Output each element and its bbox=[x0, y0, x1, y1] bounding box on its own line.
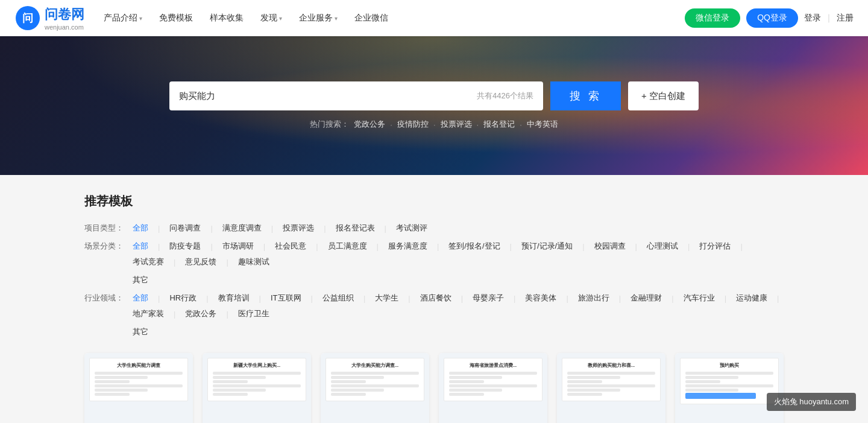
login-link[interactable]: 登录 bbox=[804, 13, 821, 24]
filter-tag[interactable]: 大学生 bbox=[369, 291, 404, 305]
filter-tag[interactable]: 酒店餐饮 bbox=[414, 291, 458, 305]
filter-tag[interactable]: 公益组织 bbox=[316, 291, 360, 305]
nav-item-wechat-enterprise[interactable]: 企业微信 bbox=[347, 9, 395, 27]
nav-item-templates[interactable]: 免费模板 bbox=[152, 9, 200, 27]
project-type-label: 项目类型： bbox=[84, 221, 127, 234]
filter-tag[interactable]: 校园调查 bbox=[588, 240, 632, 253]
nav-links: 产品介绍 ▾ 免费模板 样本收集 发现 ▾ 企业服务 ▾ 企业微信 bbox=[96, 9, 685, 27]
blank-create-button[interactable]: + 空白创建 bbox=[628, 81, 699, 110]
hot-search-label: 热门搜索： bbox=[310, 119, 349, 130]
filter-tag[interactable]: 打分评估 bbox=[693, 240, 737, 253]
filter-tag[interactable]: 员工满意度 bbox=[322, 240, 373, 253]
filter-tag[interactable]: 满意度调查 bbox=[216, 221, 268, 235]
hot-tag-2[interactable]: 投票评选 bbox=[441, 119, 472, 130]
hero-banner: 共有4426个结果 搜 索 + 空白创建 热门搜索： 党政公务 · 疫情防控 ·… bbox=[0, 36, 868, 175]
filter-tag[interactable]: 教育培训 bbox=[212, 291, 256, 305]
search-button[interactable]: 搜 索 bbox=[550, 81, 621, 110]
nav-item-enterprise[interactable]: 企业服务 ▾ bbox=[292, 9, 345, 27]
hot-tag-3[interactable]: 报名登记 bbox=[483, 119, 515, 130]
filter-tag[interactable]: 服务满意度 bbox=[382, 240, 433, 253]
card[interactable]: 大学生购买能力调查大学生购买能力调查被引用0次 bbox=[84, 353, 193, 423]
filter-tag[interactable]: 投票评选 bbox=[277, 221, 320, 235]
filter-tag[interactable]: 运动健康 bbox=[730, 291, 773, 305]
chevron-down-icon: ▾ bbox=[279, 15, 282, 22]
filter-tag[interactable]: 防疫专题 bbox=[163, 240, 207, 253]
svg-text:问: 问 bbox=[22, 12, 33, 24]
filter-tag[interactable]: 其它 bbox=[127, 273, 154, 287]
logo[interactable]: 问 问卷网 wenjuan.com bbox=[14, 5, 84, 31]
filter-tag[interactable]: 旅游出行 bbox=[572, 291, 615, 305]
industry-tags: 全部|HR行政|教育培训|IT互联网|公益组织|大学生|酒店餐饮|母婴亲子|美容… bbox=[127, 291, 784, 339]
divider: ｜ bbox=[825, 13, 833, 24]
nav-item-samples[interactable]: 样本收集 bbox=[203, 9, 251, 27]
logo-icon: 问 bbox=[14, 5, 41, 31]
card-thumbnail: 大学生购买能力调查 bbox=[84, 353, 193, 423]
filter-tag[interactable]: IT互联网 bbox=[265, 291, 307, 305]
filter-tag[interactable]: 心理测试 bbox=[641, 240, 684, 253]
card-thumbnail: 新疆大学生网上购买... bbox=[203, 353, 311, 423]
logo-sub-text: wenjuan.com bbox=[45, 24, 84, 31]
nav-item-product[interactable]: 产品介绍 ▾ bbox=[96, 9, 149, 27]
filter-project-type: 项目类型： 全部|问卷调查|满意度调查|投票评选|报名登记表|考试测评 bbox=[84, 221, 784, 235]
filter-tag[interactable]: 其它 bbox=[127, 325, 154, 339]
chevron-down-icon: ▾ bbox=[139, 15, 142, 22]
nav-login-area: 登录 ｜ 注册 bbox=[804, 13, 854, 24]
card-thumbnail: 教师的购买能力和喜... bbox=[557, 353, 665, 423]
logo-main-text: 问卷网 bbox=[45, 5, 84, 24]
filter-tag[interactable]: 趣味测试 bbox=[232, 255, 275, 269]
filter-tag[interactable]: 党政公务 bbox=[179, 307, 222, 320]
card-thumbnail: 海南省旅游景点消费... bbox=[439, 353, 547, 423]
card[interactable]: 大学生购买能力调查...大学生购买能力调查...被引用1次 bbox=[321, 353, 429, 423]
card[interactable]: 新疆大学生网上购买...新疆大学生网上购买...被引用1次 bbox=[203, 353, 311, 423]
filter-tag[interactable]: 母婴亲子 bbox=[467, 291, 510, 305]
filter-tag[interactable]: 预订/记录/通知 bbox=[515, 240, 579, 253]
hot-search-area: 热门搜索： 党政公务 · 疫情防控 · 投票评选 · 报名登记 · 中考英语 bbox=[310, 119, 558, 130]
filter-tag[interactable]: 地产家装 bbox=[127, 307, 170, 320]
search-input[interactable] bbox=[169, 91, 467, 101]
chevron-down-icon: ▾ bbox=[335, 15, 338, 22]
filter-tag[interactable]: 美容美体 bbox=[519, 291, 562, 305]
filter-tag[interactable]: 报名登记表 bbox=[330, 221, 381, 235]
filter-tag[interactable]: 全部 bbox=[127, 240, 154, 253]
section-title: 推荐模板 bbox=[84, 193, 784, 209]
card[interactable]: 预约购买预约购买被引用8次 bbox=[675, 353, 784, 423]
card[interactable]: 教师的购买能力和喜...教师的购买能力和喜...被引用0次 bbox=[557, 353, 665, 423]
register-link[interactable]: 注册 bbox=[837, 13, 854, 24]
main-content: 推荐模板 项目类型： 全部|问卷调查|满意度调查|投票评选|报名登记表|考试测评… bbox=[72, 175, 796, 423]
filter-tag[interactable]: 社会民意 bbox=[269, 240, 312, 253]
filter-tag[interactable]: 金融理财 bbox=[624, 291, 668, 305]
wechat-login-button[interactable]: 微信登录 bbox=[685, 8, 740, 28]
hot-tag-4[interactable]: 中考英语 bbox=[527, 119, 558, 130]
industry-label: 行业领域： bbox=[84, 291, 127, 304]
scene-tags: 全部|防疫专题|市场调研|社会民意|员工满意度|服务满意度|签到/报名/登记|预… bbox=[127, 240, 784, 287]
filter-tag[interactable]: HR行政 bbox=[163, 291, 203, 305]
card-thumbnail: 大学生购买能力调查... bbox=[321, 353, 429, 423]
filter-tag[interactable]: 全部 bbox=[127, 291, 154, 305]
result-count: 共有4426个结果 bbox=[467, 91, 543, 101]
filter-tag[interactable]: 汽车行业 bbox=[678, 291, 721, 305]
card-grid: 大学生购买能力调查大学生购买能力调查被引用0次新疆大学生网上购买...新疆大学生… bbox=[84, 353, 784, 423]
filter-industry: 行业领域： 全部|HR行政|教育培训|IT互联网|公益组织|大学生|酒店餐饮|母… bbox=[84, 291, 784, 339]
filter-tag[interactable]: 市场调研 bbox=[216, 240, 260, 253]
qq-login-button[interactable]: QQ登录 bbox=[746, 8, 798, 28]
nav-item-discover[interactable]: 发现 ▾ bbox=[253, 9, 289, 27]
search-box: 共有4426个结果 bbox=[169, 81, 543, 110]
card-thumbnail: 预约购买 bbox=[675, 353, 784, 423]
filter-tag[interactable]: 医疗卫生 bbox=[232, 307, 275, 320]
hot-tag-0[interactable]: 党政公务 bbox=[354, 119, 385, 130]
project-type-tags: 全部|问卷调查|满意度调查|投票评选|报名登记表|考试测评 bbox=[127, 221, 433, 235]
filter-tag[interactable]: 考试测评 bbox=[390, 221, 433, 235]
filter-tag[interactable]: 问卷调查 bbox=[163, 221, 207, 235]
hot-tag-1[interactable]: 疫情防控 bbox=[397, 119, 429, 130]
navbar: 问 问卷网 wenjuan.com 产品介绍 ▾ 免费模板 样本收集 发现 ▾ … bbox=[0, 0, 868, 36]
scene-label: 场景分类： bbox=[84, 240, 127, 252]
card[interactable]: 海南省旅游景点消费...海南省旅游景点消费...被引用0次 bbox=[439, 353, 547, 423]
filter-tag[interactable]: 签到/报名/登记 bbox=[442, 240, 506, 253]
filter-tag[interactable]: 全部 bbox=[127, 221, 154, 235]
hero-search-row: 共有4426个结果 搜 索 + 空白创建 bbox=[169, 81, 699, 110]
nav-right: 微信登录 QQ登录 登录 ｜ 注册 bbox=[685, 8, 854, 28]
filter-scene: 场景分类： 全部|防疫专题|市场调研|社会民意|员工满意度|服务满意度|签到/报… bbox=[84, 240, 784, 287]
filter-tag[interactable]: 考试竞赛 bbox=[127, 255, 170, 269]
filter-tag[interactable]: 意见反馈 bbox=[179, 255, 222, 269]
watermark: 火焰兔 huoyantu.com bbox=[767, 393, 856, 411]
